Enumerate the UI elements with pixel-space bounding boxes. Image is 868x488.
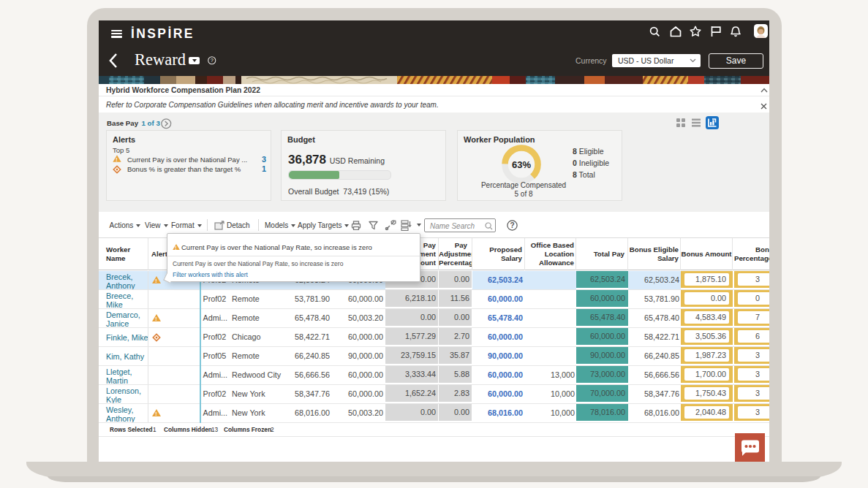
svg-text:?: ?	[211, 57, 214, 64]
svg-text:63%: 63%	[512, 159, 531, 170]
svg-text:?: ?	[510, 221, 514, 229]
